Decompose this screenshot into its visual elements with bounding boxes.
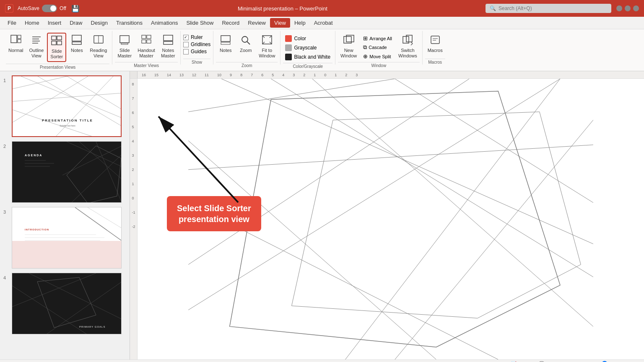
menu-animations[interactable]: Animations xyxy=(147,18,182,28)
menu-help[interactable]: Help xyxy=(290,18,310,28)
color-swatch-gray xyxy=(285,44,292,51)
menu-acrobat[interactable]: Acrobat xyxy=(310,18,337,28)
menu-draw[interactable]: Draw xyxy=(65,18,86,28)
menu-record[interactable]: Record xyxy=(218,18,244,28)
color-option-color[interactable]: Color xyxy=(283,34,332,43)
svg-rect-18 xyxy=(121,43,128,44)
minimize-btn[interactable] xyxy=(616,5,622,11)
search-icon: 🔍 xyxy=(490,5,496,11)
btn-switch-windows[interactable]: SwitchWindows xyxy=(396,33,420,60)
slide-1[interactable]: PRESENTATION TITLE Subtitle text here xyxy=(12,75,122,137)
notes-zoom-icon xyxy=(220,34,231,47)
svg-rect-48 xyxy=(12,142,122,203)
ribbon-group-macros: Macros Macros xyxy=(423,31,448,65)
svg-rect-20 xyxy=(147,35,151,39)
macros-label: Macros xyxy=(426,60,444,65)
menu-file[interactable]: File xyxy=(3,18,21,28)
btn-slide-sorter[interactable]: SlideSorter xyxy=(47,33,66,62)
btn-notes-zoom[interactable]: Notes xyxy=(216,33,235,55)
btn-normal[interactable]: Normal xyxy=(6,33,26,55)
color-option-bw[interactable]: Black and White xyxy=(283,53,332,61)
btn-slide-master[interactable]: SlideMaster xyxy=(115,33,134,60)
slide-canvas-inner xyxy=(138,79,644,359)
svg-line-82 xyxy=(188,79,560,310)
color-label: Color xyxy=(294,36,306,41)
ribbon-group-show: Ruler Gridlines Guides Show xyxy=(181,31,213,65)
svg-rect-13 xyxy=(72,35,81,41)
save-icon[interactable]: 💾 xyxy=(71,5,80,13)
svg-rect-60 xyxy=(12,241,122,269)
btn-zoom-label: Zoom xyxy=(240,48,252,53)
search-input[interactable] xyxy=(499,5,599,11)
window-title: Minimalist presentation – PowerPoint xyxy=(80,5,486,12)
ruler-checkbox[interactable] xyxy=(183,35,189,40)
color-grayscale-label: Color/Grayscale xyxy=(291,64,325,69)
menu-insert[interactable]: Insert xyxy=(44,18,66,28)
zoom-slider[interactable] xyxy=(594,361,628,362)
slide-canvas: Select Slide Sorterpresentation view xyxy=(138,79,644,359)
color-option-grayscale[interactable]: Grayscale xyxy=(283,44,332,52)
bw-label: Black and White xyxy=(294,54,330,60)
btn-outline-label: OutlineView xyxy=(29,48,44,59)
slide-thumb-1[interactable]: 1 PRESENTATION TITLE Subtitle text here xyxy=(3,75,126,137)
menu-design[interactable]: Design xyxy=(87,18,112,28)
color-swatch-red xyxy=(285,35,292,42)
slide-3[interactable]: INTRODUCTION xyxy=(12,207,122,269)
autosave-toggle[interactable] xyxy=(42,5,57,12)
slide-thumb-4[interactable]: 4 PRIMARY GOALS xyxy=(3,273,126,334)
slide-thumb-2[interactable]: 2 AGENDA xyxy=(3,141,126,203)
menu-transitions[interactable]: Transitions xyxy=(112,18,147,28)
slide-4[interactable]: PRIMARY GOALS xyxy=(12,273,122,334)
slide-2[interactable]: AGENDA xyxy=(12,141,122,203)
svg-line-79 xyxy=(345,79,560,359)
btn-slide-master-label: SlideMaster xyxy=(117,48,132,59)
svg-rect-10 xyxy=(57,36,62,40)
btn-reading-view[interactable]: ReadingView xyxy=(87,33,109,60)
slide-thumb-3[interactable]: 3 INTRODUCTION xyxy=(3,207,126,269)
menu-review[interactable]: Review xyxy=(244,18,270,28)
ribbon: Normal OutlineView SlideSorter xyxy=(0,29,644,71)
btn-notes-master[interactable]: NotesMaster xyxy=(158,33,178,60)
btn-handout-master[interactable]: HandoutMaster xyxy=(135,33,158,60)
btn-cascade[interactable]: ⧉ Cascade xyxy=(361,43,394,52)
new-window-icon xyxy=(343,34,355,47)
btn-notes-label: Notes xyxy=(71,48,83,53)
main-area: 1 PRESENTATION TITLE Subtitle text here xyxy=(0,71,644,359)
btn-switch-windows-label: SwitchWindows xyxy=(398,48,417,59)
svg-rect-4 xyxy=(18,39,21,43)
arrange-all-label: Arrange All xyxy=(369,36,392,41)
svg-rect-12 xyxy=(57,41,62,45)
gridlines-checkbox[interactable] xyxy=(183,42,189,47)
autosave-area: AutoSave Off xyxy=(18,5,66,12)
close-btn[interactable] xyxy=(633,5,639,11)
btn-zoom[interactable]: Zoom xyxy=(236,33,255,55)
menu-home[interactable]: Home xyxy=(21,18,44,28)
btn-arrange-all[interactable]: ⊞ Arrange All xyxy=(361,34,394,42)
svg-rect-25 xyxy=(221,36,230,41)
btn-macros[interactable]: Macros xyxy=(425,33,445,55)
move-split-label: Move Split xyxy=(369,54,391,59)
search-box[interactable]: 🔍 xyxy=(486,4,611,13)
svg-line-74 xyxy=(188,79,395,112)
ruler-check[interactable]: Ruler xyxy=(183,34,210,40)
btn-outline-view[interactable]: OutlineView xyxy=(26,33,46,60)
btn-new-window[interactable]: NewWindow xyxy=(338,33,359,60)
btn-move-split[interactable]: ⊕ Move Split xyxy=(361,52,394,60)
svg-text:PRIMARY GOALS: PRIMARY GOALS xyxy=(79,326,105,328)
slide-number-4: 4 xyxy=(3,275,9,280)
btn-notes-zoom-label: Notes xyxy=(220,48,232,53)
svg-marker-86 xyxy=(230,91,560,347)
btn-fit-window[interactable]: Fit toWindow xyxy=(256,33,278,60)
guides-check[interactable]: Guides xyxy=(183,49,210,54)
btn-handout-master-label: HandoutMaster xyxy=(138,48,155,59)
presentation-views-label: Presentation Views xyxy=(38,65,77,70)
gridlines-check[interactable]: Gridlines xyxy=(183,41,210,47)
guides-checkbox[interactable] xyxy=(183,49,189,54)
grayscale-label: Grayscale xyxy=(294,45,317,51)
color-swatch-black xyxy=(285,54,292,60)
menu-view[interactable]: View xyxy=(270,18,290,28)
menu-slideshow[interactable]: Slide Show xyxy=(182,18,218,28)
svg-text:INTRODUCTION: INTRODUCTION xyxy=(25,228,49,231)
maximize-btn[interactable] xyxy=(625,5,631,11)
btn-notes[interactable]: Notes xyxy=(67,33,86,55)
